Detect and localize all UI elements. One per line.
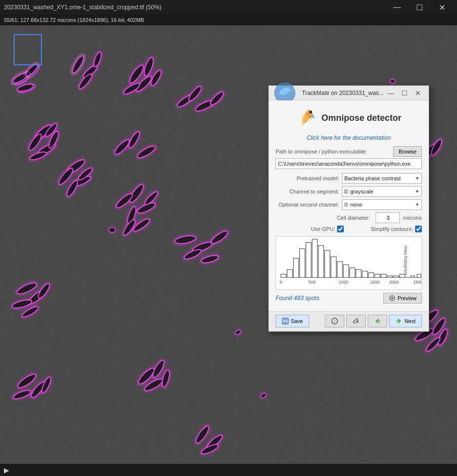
nav-group: i [325,315,422,327]
second-channel-select-wrapper: 0: none [342,199,422,210]
svg-text:500: 500 [309,280,316,285]
status-text: 55/61; 127.68x132.72 microns (1824x1896)… [4,17,144,23]
svg-point-72 [109,228,116,232]
preview-icon [389,295,396,302]
svg-point-112 [391,297,393,299]
histogram-container: 0 500 1000 1500 2000 2500 Area histogram [276,236,422,290]
dialog-title-bar[interactable]: TrackMate on 20230331_was... — ☐ ✕ [269,86,429,100]
pretrained-select[interactable]: Bacteria phase contrast [342,173,422,184]
path-section: Path to omnipose / python executable: Br… [276,146,422,169]
svg-rect-114 [283,318,287,321]
simplify-label: Simplify contours: [371,226,413,232]
dialog-minimize-button[interactable]: — [384,88,397,98]
svg-text:2000: 2000 [389,280,399,285]
main-title-bar: 20230331_washed_XY1.ome-1_stabilized_cro… [0,0,457,15]
dialog-content: Omnipose detector Click here for the doc… [269,100,429,311]
main-title-text: 20230331_washed_XY1.ome-1_stabilized_cro… [4,4,386,11]
simplify-checkbox[interactable] [415,226,422,232]
use-gpu-label: Use GPU: [311,226,335,232]
svg-rect-90 [331,257,336,278]
pretrained-row: Pretrained model: Bacteria phase contras… [276,173,422,184]
svg-rect-82 [281,274,286,278]
detector-logo [296,105,321,131]
svg-rect-92 [343,265,349,277]
trackmate-dialog: TrackMate on 20230331_was... — ☐ ✕ [268,85,429,332]
path-label-text: Path to omnipose / python executable: [276,149,367,154]
svg-rect-85 [299,249,305,278]
browse-button[interactable]: Browse [393,146,422,157]
svg-rect-93 [350,268,355,278]
svg-rect-87 [312,239,318,278]
back-arrow-icon [374,318,381,324]
svg-rect-91 [337,262,342,278]
save-button-label: Save [291,318,303,324]
preview-button[interactable]: Preview [383,293,422,304]
svg-text:1500: 1500 [370,280,379,285]
svg-text:0: 0 [279,280,282,285]
wrench-icon [353,318,359,324]
svg-rect-98 [381,274,386,278]
back-button[interactable] [368,315,387,327]
maximize-button[interactable]: ☐ [408,0,431,15]
use-gpu-group: Use GPU: [276,226,344,232]
path-label-row: Path to omnipose / python executable: Br… [276,146,422,157]
channel-row: Channel to segment: 0: grayscale [276,186,422,197]
dialog-footer: Save i [269,311,429,331]
doc-link-container: Click here for the documentation [276,134,422,141]
simplify-group: Simplify contours: [354,226,422,232]
path-input[interactable] [276,158,422,169]
use-gpu-checkbox[interactable] [337,226,344,232]
svg-rect-86 [306,242,311,277]
svg-rect-84 [294,258,299,277]
detector-header: Omnipose detector [276,105,422,131]
selection-rectangle [14,34,42,65]
preview-button-label: Preview [397,295,417,301]
next-button[interactable]: Next [389,315,422,327]
histogram-chart: 0 500 1000 1500 2000 2500 [276,237,421,289]
svg-text:2500: 2500 [413,280,421,285]
save-icon [282,318,289,324]
svg-rect-94 [356,269,361,277]
svg-rect-96 [368,273,374,278]
detector-title: Omnipose detector [321,113,401,123]
svg-rect-95 [362,271,368,277]
second-channel-select[interactable]: 0: none [342,199,422,210]
svg-text:1000: 1000 [338,280,348,285]
pretrained-label: Pretrained model: [276,175,339,181]
play-button[interactable]: ▶ [4,466,9,474]
channel-select-wrapper: 0: grayscale [342,186,422,197]
dialog-close-button[interactable]: ✕ [411,88,425,98]
svg-rect-83 [287,269,293,277]
histogram-label: Area histogram [403,246,408,275]
next-button-label: Next [404,318,416,324]
svg-point-81 [309,111,312,114]
checkbox-row: Use GPU: Simplify contours: [276,226,422,232]
next-arrow-icon [396,318,402,324]
diameter-row: Cell diameter: microns [276,212,422,223]
minimize-button[interactable]: — [386,0,408,15]
info-button[interactable]: i [325,315,344,327]
close-button[interactable]: ✕ [431,0,453,15]
bottom-bar: ▶ [0,464,457,476]
dialog-title-text: TrackMate on 20230331_was... [302,90,384,96]
doc-link[interactable]: Click here for the documentation [307,134,391,141]
dialog-maximize-button[interactable]: ☐ [397,88,411,98]
settings-button[interactable] [346,315,366,327]
diameter-unit: microns [403,215,422,221]
diameter-input[interactable] [376,212,400,223]
diameter-label: Cell diameter: [276,215,373,221]
svg-point-75 [390,79,395,83]
save-button[interactable]: Save [276,315,309,327]
svg-rect-103 [417,274,421,278]
svg-text:i: i [334,319,335,324]
found-spots-text: Found 483 spots. [276,295,321,302]
pretrained-select-wrapper: Bacteria phase contrast [342,173,422,184]
second-channel-row: Optional second channel: 0: none [276,199,422,210]
second-channel-label: Optional second channel: [276,202,339,208]
channel-label: Channel to segment: [276,189,339,194]
svg-rect-97 [375,274,380,278]
info-icon: i [331,318,338,324]
svg-rect-88 [318,246,324,277]
channel-select[interactable]: 0: grayscale [342,186,422,197]
status-bar: 55/61; 127.68x132.72 microns (1824x1896)… [0,15,457,25]
